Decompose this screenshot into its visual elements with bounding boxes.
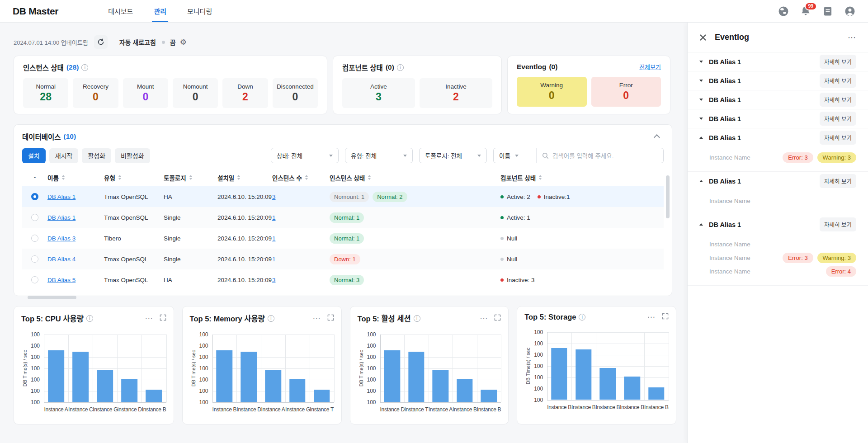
table-row[interactable]: DB Alias 1Tmax OpenSQLSingle2024.6.10. 1… bbox=[22, 207, 664, 228]
tab-모니터링[interactable]: 모니터링 bbox=[187, 0, 212, 22]
db-name-link[interactable]: DB Alias 4 bbox=[47, 256, 75, 263]
row-radio[interactable] bbox=[31, 235, 38, 242]
info-icon[interactable]: i bbox=[81, 64, 88, 71]
column-header[interactable]: 컴포넌트 상태 bbox=[500, 173, 664, 182]
more-options-icon[interactable]: ⋯ bbox=[647, 313, 656, 321]
filter-select[interactable]: 유형: 전체 bbox=[345, 148, 413, 163]
chart-icons: ⋯ bbox=[480, 314, 501, 323]
db-name-link[interactable]: DB Alias 3 bbox=[47, 235, 75, 242]
detail-view-button[interactable]: 자세히 보기 bbox=[820, 55, 856, 69]
action-button-재시작[interactable]: 재시작 bbox=[49, 148, 79, 163]
db-name-cell: DB Alias 5 bbox=[47, 277, 104, 283]
panel-more-icon[interactable]: ⋯ bbox=[848, 33, 856, 42]
more-options-icon[interactable]: ⋯ bbox=[313, 315, 321, 322]
eventlog-item-header[interactable]: DB Alias 1자세히 보기 bbox=[699, 71, 856, 90]
collapse-chevron-icon[interactable] bbox=[654, 134, 660, 141]
sort-icon[interactable] bbox=[237, 175, 240, 180]
caret-up-icon bbox=[699, 137, 703, 139]
more-options-icon[interactable]: ⋯ bbox=[145, 315, 153, 322]
column-header[interactable]: 토폴로지 bbox=[164, 173, 217, 182]
sort-icon[interactable] bbox=[189, 175, 192, 180]
close-icon[interactable] bbox=[699, 34, 707, 41]
column-header[interactable]: 인스턴스 상태 bbox=[330, 173, 500, 182]
action-button-활성화[interactable]: 활성화 bbox=[82, 148, 111, 163]
action-button-설치[interactable]: 설치 bbox=[22, 148, 46, 163]
document-icon[interactable] bbox=[822, 6, 833, 17]
eventlog-item-header[interactable]: DB Alias 1자세히 보기 bbox=[699, 109, 856, 128]
sort-icon[interactable] bbox=[368, 175, 371, 180]
db-name-link[interactable]: DB Alias 1 bbox=[47, 214, 75, 221]
more-options-icon[interactable]: ⋯ bbox=[480, 315, 488, 322]
eventlog-item-header[interactable]: DB Alias 1자세히 보기 bbox=[699, 215, 856, 234]
plot-area bbox=[44, 335, 166, 402]
detail-view-button[interactable]: 자세히 보기 bbox=[820, 174, 856, 188]
see-all-link[interactable]: 전체보기 bbox=[639, 62, 661, 71]
globe-icon[interactable] bbox=[778, 6, 789, 17]
fullscreen-icon[interactable] bbox=[327, 314, 334, 323]
action-button-비활성화[interactable]: 비활성화 bbox=[115, 148, 150, 163]
plot-column: Instance BInstance DInstance AInstance G… bbox=[212, 335, 334, 402]
info-icon[interactable]: i bbox=[268, 315, 274, 322]
notifications-bell-icon[interactable]: 99 bbox=[800, 6, 811, 17]
eventlog-item-header[interactable]: DB Alias 1자세히 보기 bbox=[699, 52, 856, 71]
info-icon[interactable]: i bbox=[86, 315, 93, 322]
eventlog-item-header[interactable]: DB Alias 1자세히 보기 bbox=[699, 90, 856, 109]
column-header[interactable]: 인스턴스 수 bbox=[272, 173, 330, 182]
db-name-link[interactable]: DB Alias 1 bbox=[47, 193, 75, 200]
sort-icon[interactable] bbox=[118, 175, 121, 180]
auto-refresh-toggle[interactable] bbox=[162, 41, 165, 44]
eventlog-item-header[interactable]: DB Alias 1자세히 보기 bbox=[699, 172, 856, 190]
row-radio[interactable] bbox=[31, 193, 38, 200]
refresh-button[interactable] bbox=[94, 35, 108, 49]
column-header-label: 토폴로지 bbox=[164, 173, 186, 182]
tab-대시보드[interactable]: 대시보드 bbox=[108, 0, 133, 22]
detail-view-button[interactable]: 자세히 보기 bbox=[820, 74, 856, 88]
column-header[interactable]: 이름 bbox=[47, 173, 104, 182]
sort-icon[interactable] bbox=[62, 175, 65, 180]
tab-관리[interactable]: 관리 bbox=[154, 0, 166, 22]
info-icon[interactable]: i bbox=[397, 64, 404, 71]
name-filter-select[interactable]: 이름 bbox=[494, 148, 537, 163]
table-row[interactable]: DB Alias 1Tmax OpenSQLHA2024.6.10. 15:20… bbox=[22, 186, 664, 207]
settings-gear-icon[interactable]: ⚙ bbox=[180, 38, 187, 46]
info-icon[interactable]: i bbox=[414, 315, 420, 322]
fullscreen-icon[interactable] bbox=[662, 313, 669, 321]
instance-count-link[interactable]: 3 bbox=[272, 277, 276, 283]
detail-view-button[interactable]: 자세히 보기 bbox=[820, 112, 856, 126]
search-input[interactable]: 검색어를 입력해 주세요. bbox=[537, 148, 663, 163]
eventlog-item-header[interactable]: DB Alias 1자세히 보기 bbox=[699, 128, 856, 147]
filter-select[interactable]: 토폴로지: 전체 bbox=[419, 148, 487, 163]
x-tick-label: Instance B bbox=[547, 404, 571, 410]
info-icon[interactable]: i bbox=[579, 314, 585, 320]
user-avatar-icon[interactable] bbox=[844, 6, 855, 17]
instance-count-link[interactable]: 1 bbox=[272, 256, 276, 263]
sort-icon[interactable] bbox=[305, 175, 308, 180]
db-name-link[interactable]: DB Alias 5 bbox=[47, 277, 75, 283]
horizontal-scrollbar[interactable] bbox=[28, 296, 76, 299]
fullscreen-icon[interactable] bbox=[494, 314, 501, 323]
filter-select[interactable]: 상태: 전체 bbox=[271, 148, 339, 163]
row-radio[interactable] bbox=[31, 255, 38, 263]
chart-bar bbox=[551, 348, 567, 400]
database-title: 데이터베이스 bbox=[22, 132, 61, 141]
eventlog-db-name: DB Alias 1 bbox=[709, 77, 741, 85]
fullscreen-icon[interactable] bbox=[160, 314, 166, 323]
vertical-scrollbar[interactable] bbox=[666, 175, 670, 218]
table-row[interactable]: DB Alias 5Tmax OpenSQLHA2024.6.10. 15:20… bbox=[22, 269, 664, 290]
column-header[interactable]: 설치일 bbox=[217, 173, 272, 182]
table-row[interactable]: DB Alias 3TiberoSingle2024.6.10. 15:20:0… bbox=[22, 228, 664, 249]
instance-count-link[interactable]: 3 bbox=[272, 193, 276, 200]
column-header[interactable]: 유형 bbox=[104, 173, 164, 182]
instance-count-link[interactable]: 1 bbox=[272, 214, 276, 221]
detail-view-button[interactable]: 자세히 보기 bbox=[820, 93, 856, 107]
detail-view-button[interactable]: 자세히 보기 bbox=[820, 217, 856, 231]
sort-icon[interactable] bbox=[539, 175, 542, 180]
instance-count-link[interactable]: 1 bbox=[272, 235, 276, 242]
gridline-vertical bbox=[404, 335, 405, 402]
gridline-horizontal bbox=[380, 346, 501, 346]
detail-view-button[interactable]: 자세히 보기 bbox=[820, 131, 856, 145]
row-radio[interactable] bbox=[31, 276, 38, 283]
table-row[interactable]: DB Alias 4Tmax OpenSQLSingle2024.6.10. 1… bbox=[22, 249, 664, 269]
chart-bar bbox=[314, 390, 330, 402]
row-radio[interactable] bbox=[31, 214, 38, 221]
